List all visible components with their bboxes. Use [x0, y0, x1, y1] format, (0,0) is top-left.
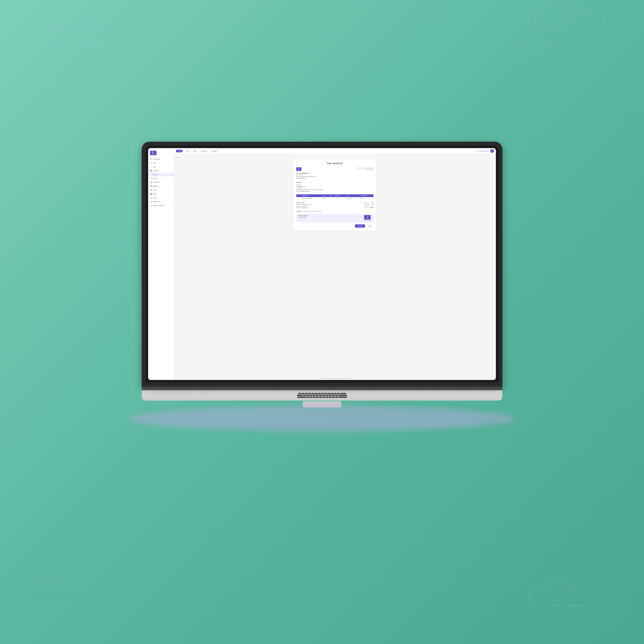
invoice-to-heading: Invoice To — [296, 182, 374, 183]
key — [327, 393, 330, 394]
sidebar-item-meeting[interactable]: 📅 Meeting — [148, 184, 174, 188]
subtotal-label: Sub Total — [364, 202, 369, 203]
sidebar-item-invoice[interactable]: 📄 Invoice ▶ — [148, 173, 174, 176]
download-button[interactable]: Download — [355, 224, 365, 228]
discount-row: Discount(s) 0.00 — [335, 204, 374, 205]
cell-total: 4425.00 — [359, 197, 374, 200]
toolbar-right: 365 Lead Management B — [477, 149, 494, 153]
add-task-button[interactable]: + Task — [184, 150, 190, 152]
cell-cost: 3750 — [321, 197, 328, 200]
from-company: 365 Lead Management — [296, 172, 309, 174]
key — [321, 393, 324, 394]
invoice-logo-text: 365LEADMGT — [298, 168, 300, 170]
sidebar-label-staff: Staff — [153, 193, 156, 195]
totals-table: Sub Total 3750 Discount(s) 0.00 — [335, 202, 374, 209]
action-buttons: Download Back — [296, 224, 374, 228]
sidebar-label-meeting: Meeting — [153, 185, 158, 187]
invoice-number: Invoice No #365 Lead Management#1 — [356, 167, 374, 169]
main-content: + Lead + Task + Note + Reminder + Meetin… — [174, 148, 496, 380]
cloud-4 — [26, 578, 84, 592]
key — [310, 395, 312, 396]
sidebar-item-customer[interactable]: 👤 Customer — [148, 169, 174, 173]
key — [297, 397, 306, 398]
add-meeting-button[interactable]: + Meeting — [210, 150, 218, 152]
sidebar-item-dashboard[interactable]: ⊞ Dashboard — [148, 157, 174, 161]
sidebar-item-attendance[interactable]: 📊 Attendance — [148, 200, 174, 204]
sidebar-label-lead: Lead — [153, 162, 156, 164]
sidebar-item-leave[interactable]: 📋 Leave — [148, 196, 174, 200]
back-button[interactable]: Back — [366, 224, 374, 228]
to-gst: Gst No : 18AABCU9620K1ZM — [296, 191, 374, 192]
sidebar-item-staff[interactable]: 👥 Staff — [148, 192, 174, 196]
sidebar-item-reminder[interactable]: 🔔 Reminder — [148, 180, 174, 184]
key — [324, 393, 327, 394]
key — [316, 395, 319, 396]
col-product: Product Name — [300, 194, 321, 197]
reminder-icon: 🔔 — [150, 181, 152, 183]
breadcrumb-path: Lead . — [176, 156, 180, 158]
sidebar-label-chat: Chat — [153, 189, 156, 191]
keyboard-row-3 — [169, 397, 475, 398]
chat-icon: 💬 — [150, 189, 152, 191]
app-footer: COPYRIGHT © 2023 Trueline Solution. All … — [174, 377, 496, 380]
sidebar-label-reminder: Reminder — [153, 181, 159, 183]
to-address: Fairbanks Avenue, Pike Creek, Shionside … — [296, 189, 374, 191]
sidebar-label-leave: Leave — [153, 197, 157, 198]
invoice-wrapper: TAX INVOICE 365LEADMGT — [293, 159, 377, 231]
words-text: Four thousand, Four hundred twenty Five — [302, 211, 321, 212]
sidebar-item-notes[interactable]: 📝 Notes — [148, 176, 174, 180]
laptop-scene: 365LEADMGT ⊞ Dashboard ◈ Lead — [116, 142, 528, 502]
sidebar-item-settings[interactable]: ⚙ General Settings ▶ — [148, 204, 174, 207]
cell-discount: 0.00 — [334, 197, 345, 200]
add-lead-button[interactable]: + Lead — [176, 150, 183, 152]
add-reminder-button[interactable]: + Reminder — [199, 150, 209, 152]
dashboard-icon: ⊞ — [150, 158, 152, 160]
key — [325, 397, 328, 398]
key — [319, 397, 322, 398]
laptop-screen-bezel: 365LEADMGT ⊞ Dashboard ◈ Lead — [146, 146, 498, 383]
sidebar-label-settings: General Settings — [153, 205, 163, 206]
app-container: 365LEADMGT ⊞ Dashboard ◈ Lead — [148, 148, 496, 380]
invoice-arrow: ▶ — [171, 174, 172, 175]
key — [335, 397, 338, 398]
keyboard-row-1 — [169, 393, 475, 394]
sidebar: 365LEADMGT ⊞ Dashboard ◈ Lead — [148, 148, 174, 380]
key — [332, 395, 335, 396]
invoice-to-section: Invoice To John India dimtess@gmail.com … — [296, 182, 374, 192]
sidebar-item-chat[interactable]: 💬 Chat — [148, 188, 174, 192]
sig-logo-box: 365LEADMGT — [364, 215, 371, 220]
key — [329, 395, 332, 396]
cloud-1 — [52, 26, 116, 41]
laptop-screen-outer: 365LEADMGT ⊞ Dashboard ◈ Lead — [142, 142, 502, 386]
cloud-5 — [528, 590, 592, 605]
sig-logo-text: 365LEADMGT — [366, 216, 368, 218]
col-igst: IGST — [345, 194, 359, 197]
key — [316, 397, 319, 398]
content-area: Lead . TAX INVOICE — [174, 154, 496, 377]
add-note-button[interactable]: + Note — [191, 150, 198, 152]
invoice-table: # Product Name Cost Qty Discount IGST To… — [296, 194, 374, 200]
key — [314, 393, 317, 394]
key — [337, 393, 340, 394]
payments-heading: Payments Details — [296, 202, 305, 203]
discount-value: 0.00 — [371, 204, 374, 205]
from-gst: 18AABCU9620K1ZM — [296, 177, 306, 179]
invoice-from: 365LEADMGT 365 Lead Management 919713290… — [296, 167, 356, 179]
col-discount: Discount — [334, 194, 345, 197]
signature-label: Authorized Signature — [363, 220, 372, 221]
discount-label: Discount(s) — [364, 204, 369, 205]
key — [334, 393, 337, 394]
invoice-logo-area: 365LEADMGT — [296, 167, 356, 171]
user-avatar[interactable]: B — [490, 149, 494, 153]
terms-text: No Refund Policy — [298, 217, 308, 218]
sidebar-item-lead[interactable]: ◈ Lead — [148, 161, 174, 165]
cell-igst: 675 (8%/8.5%) — [345, 197, 359, 200]
cell-product: 365 Lead Management — [300, 197, 321, 200]
sidebar-item-task[interactable]: ✓ Task — [148, 165, 174, 169]
key — [309, 397, 312, 398]
invoice-from-info: 365 Lead Management 9197132906 Hirapara … — [296, 172, 356, 179]
words-section: IN WORDS : Four thousand, Four hundred t… — [296, 211, 374, 212]
to-name: John India — [296, 184, 374, 186]
ifsc-value: SBIN5011348 — [302, 207, 308, 208]
from-phone: 9197132906 — [296, 174, 302, 175]
